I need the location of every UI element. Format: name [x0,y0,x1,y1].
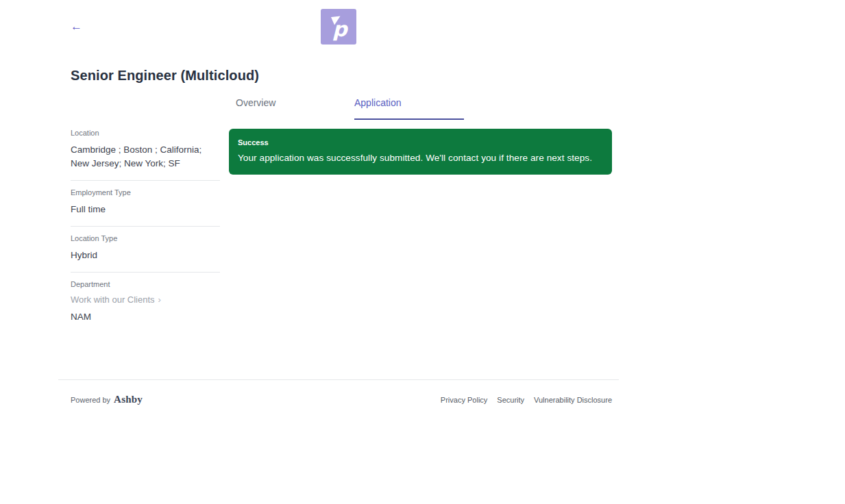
field-location: Location Cambridge ; Boston ; California… [71,129,220,181]
department-parent-link[interactable]: Work with our Clients› [71,294,220,305]
job-title: Senior Engineer (Multicloud) [71,68,612,84]
success-banner-message: Your application was successfully submit… [238,153,603,163]
footer-links: Privacy Policy Security Vulnerability Di… [441,396,612,404]
tab-application[interactable]: Application [347,94,466,120]
field-label: Location [71,129,220,137]
job-posting-page: ← p Senior Engineer (Multicloud) Locatio… [58,0,619,405]
powered-by-label: Powered by [71,396,110,404]
field-label: Location Type [71,234,220,242]
vulnerability-disclosure-link[interactable]: Vulnerability Disclosure [534,396,612,404]
ashby-brand-logo: Ashby [114,394,143,405]
security-link[interactable]: Security [497,396,524,404]
field-employment-type: Employment Type Full time [71,181,220,227]
footer: Powered by Ashby Privacy Policy Security… [58,379,619,405]
field-department: Department Work with our Clients› NAM [71,273,220,333]
success-banner: Success Your application was successfull… [229,129,612,175]
back-button[interactable]: ← [68,18,85,35]
chevron-right-icon: › [158,294,161,305]
privacy-policy-link[interactable]: Privacy Policy [441,396,487,404]
department-parent-label: Work with our Clients [71,294,155,305]
field-value: NAM [71,310,220,324]
active-tab-underline [354,118,464,120]
field-value: Cambridge ; Boston ; California; New Jer… [71,143,220,171]
job-details-sidebar: Location Cambridge ; Boston ; California… [71,94,220,333]
tab-overview[interactable]: Overview [229,94,347,120]
tab-underline [236,118,345,120]
content-area: Location Cambridge ; Boston ; California… [58,94,619,333]
main-panel: Overview Application Success Your applic… [229,94,612,333]
header: ← p [58,0,619,58]
field-value: Full time [71,203,220,216]
field-value: Hybrid [71,249,220,262]
back-arrow-icon: ← [71,20,82,33]
svg-text:p: p [332,17,349,41]
company-logo[interactable]: p [321,9,356,45]
tab-overview-label: Overview [236,94,275,108]
field-label: Department [71,280,220,288]
field-label: Employment Type [71,188,220,197]
tabs: Overview Application [229,94,612,120]
tab-application-label: Application [354,94,402,108]
field-location-type: Location Type Hybrid [71,227,220,273]
company-logo-icon: p [321,9,356,45]
powered-by-ashby-link[interactable]: Powered by Ashby [71,394,143,405]
success-banner-title: Success [238,138,603,147]
